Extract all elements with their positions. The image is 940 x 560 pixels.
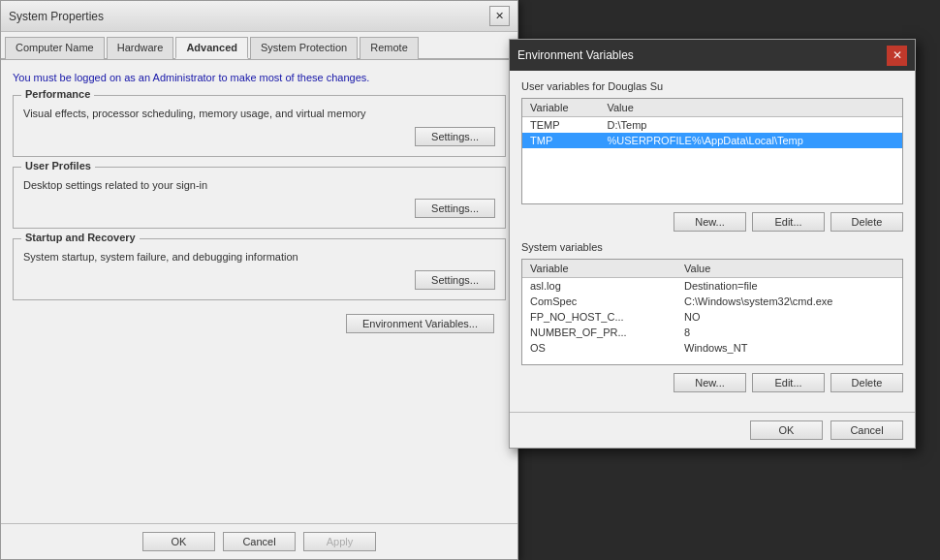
tab-remote[interactable]: Remote	[360, 37, 419, 59]
tab-computer-name[interactable]: Computer Name	[5, 37, 105, 59]
sys-vars-col-value: Value	[676, 260, 902, 278]
system-props-close-button[interactable]: ✕	[489, 6, 510, 26]
env-ok-button[interactable]: OK	[750, 420, 823, 440]
user-var-tmp-value: %USERPROFILE%\AppData\Local\Temp	[599, 133, 902, 148]
startup-recovery-label: Startup and Recovery	[21, 232, 140, 243]
sys-var-fpnohost-name: FP_NO_HOST_C...	[522, 309, 676, 325]
startup-recovery-settings-button[interactable]: Settings...	[415, 270, 495, 290]
startup-recovery-section: Startup and Recovery System startup, sys…	[13, 238, 506, 300]
sys-var-numberofpr-value: 8	[676, 325, 902, 340]
env-vars-titlebar: Environment Variables ✕	[510, 40, 915, 71]
sys-var-numberofpr-name: NUMBER_OF_PR...	[522, 325, 676, 340]
sys-var-comspec-name: ComSpec	[522, 294, 676, 309]
env-vars-title: Environment Variables	[517, 48, 634, 62]
env-vars-dialog: Environment Variables ✕ User variables f…	[509, 39, 916, 449]
user-vars-table: Variable Value TEMP D:\Temp TMP %USERPRO…	[522, 99, 902, 148]
user-profiles-section: User Profiles Desktop settings related t…	[13, 167, 506, 229]
startup-recovery-settings-row: Settings...	[23, 270, 495, 290]
tab-advanced[interactable]: Advanced	[175, 37, 248, 59]
dialog-content: You must be logged on as an Administrato…	[1, 60, 517, 347]
user-vars-col-variable: Variable	[522, 99, 599, 117]
startup-recovery-desc: System startup, system failure, and debu…	[23, 251, 495, 263]
sys-var-asllog-name: asl.log	[522, 278, 676, 295]
table-row[interactable]: OS Windows_NT	[522, 340, 902, 356]
user-profiles-desc: Desktop settings related to your sign-in	[23, 179, 495, 191]
user-var-tmp-name: TMP	[522, 133, 599, 148]
user-var-temp-value: D:\Temp	[599, 117, 902, 134]
env-cancel-button[interactable]: Cancel	[830, 420, 903, 440]
tabs-bar: Computer Name Hardware Advanced System P…	[1, 32, 517, 60]
sys-vars-table-container[interactable]: Variable Value asl.log Destination=file …	[521, 259, 903, 365]
tab-system-protection[interactable]: System Protection	[250, 37, 358, 59]
user-vars-delete-button[interactable]: Delete	[830, 212, 903, 232]
env-vars-row: Environment Variables...	[13, 310, 506, 337]
sys-var-comspec-value: C:\Windows\system32\cmd.exe	[676, 294, 902, 309]
env-vars-content: User variables for Douglas Su Variable V…	[510, 71, 915, 412]
performance-section: Performance Visual effects, processor sc…	[13, 95, 506, 157]
table-row[interactable]: TMP %USERPROFILE%\AppData\Local\Temp	[522, 133, 902, 148]
admin-notice: You must be logged on as an Administrato…	[13, 70, 506, 85]
user-vars-title: User variables for Douglas Su	[521, 80, 903, 92]
user-vars-edit-button[interactable]: Edit...	[752, 212, 825, 232]
tab-hardware[interactable]: Hardware	[107, 37, 174, 59]
system-props-title: System Properties	[9, 10, 104, 23]
user-var-temp-name: TEMP	[522, 117, 599, 134]
sys-vars-edit-button[interactable]: Edit...	[752, 373, 825, 392]
system-props-dialog: System Properties ✕ Computer Name Hardwa…	[0, 0, 518, 560]
user-profiles-settings-row: Settings...	[23, 199, 495, 218]
performance-settings-row: Settings...	[23, 127, 495, 146]
sys-vars-new-button[interactable]: New...	[674, 373, 746, 392]
sys-var-os-name: OS	[522, 340, 676, 356]
user-profiles-settings-button[interactable]: Settings...	[415, 199, 495, 218]
sys-var-os-value: Windows_NT	[676, 340, 902, 356]
user-profiles-label: User Profiles	[21, 160, 95, 171]
performance-desc: Visual effects, processor scheduling, me…	[23, 108, 495, 119]
env-vars-close-button[interactable]: ✕	[887, 46, 907, 66]
sys-vars-delete-button[interactable]: Delete	[830, 373, 903, 392]
env-vars-bottom-buttons: OK Cancel	[510, 412, 915, 448]
sys-var-asllog-value: Destination=file	[676, 278, 902, 295]
table-row[interactable]: ComSpec C:\Windows\system32\cmd.exe	[522, 294, 902, 309]
ok-button[interactable]: OK	[142, 532, 215, 551]
sys-var-fpnohost-value: NO	[676, 309, 902, 325]
table-row[interactable]: FP_NO_HOST_C... NO	[522, 309, 902, 325]
sys-vars-btn-row: New... Edit... Delete	[521, 373, 903, 392]
cancel-button[interactable]: Cancel	[223, 532, 296, 551]
sys-vars-title: System variables	[521, 241, 903, 253]
env-vars-button[interactable]: Environment Variables...	[346, 314, 494, 333]
performance-settings-button[interactable]: Settings...	[415, 127, 495, 146]
user-vars-new-button[interactable]: New...	[674, 212, 746, 232]
performance-label: Performance	[21, 88, 94, 100]
sys-vars-table: Variable Value asl.log Destination=file …	[522, 260, 902, 356]
system-props-titlebar: System Properties ✕	[1, 1, 517, 32]
table-row[interactable]: asl.log Destination=file	[522, 278, 902, 295]
table-row[interactable]: TEMP D:\Temp	[522, 117, 902, 134]
user-vars-col-value: Value	[599, 99, 902, 117]
user-vars-btn-row: New... Edit... Delete	[521, 212, 903, 232]
user-vars-table-container[interactable]: Variable Value TEMP D:\Temp TMP %USERPRO…	[521, 98, 903, 204]
system-props-bottom-buttons: OK Cancel Apply	[1, 523, 517, 559]
sys-vars-col-variable: Variable	[522, 260, 676, 278]
apply-button[interactable]: Apply	[303, 532, 376, 551]
table-row[interactable]: NUMBER_OF_PR... 8	[522, 325, 902, 340]
